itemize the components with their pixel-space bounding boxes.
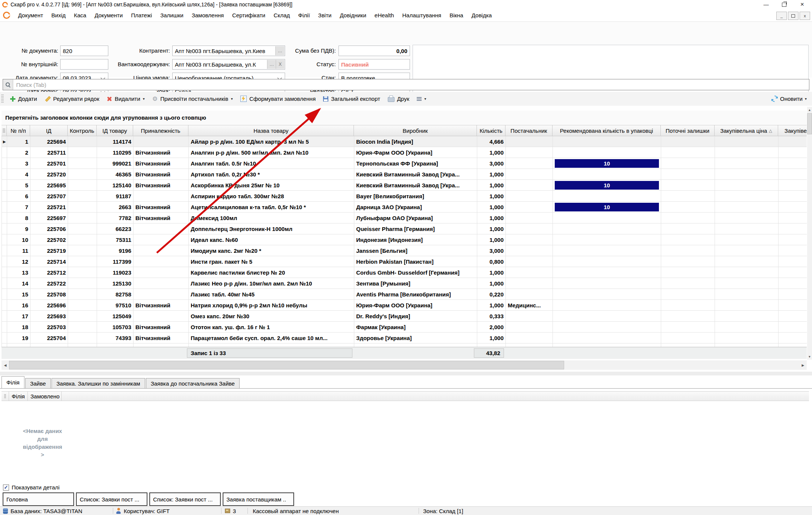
col-control-cell[interactable] xyxy=(68,278,97,289)
column-header-n[interactable]: № п/п xyxy=(7,125,30,136)
col-npp-cell[interactable]: 5 xyxy=(7,180,30,190)
col-control-cell[interactable] xyxy=(68,343,97,347)
col-control-cell[interactable] xyxy=(68,136,97,147)
col-qty-cell[interactable]: 1,000 xyxy=(477,234,506,245)
table-row[interactable]: 922570666223Доппельгерц Энерготоник-Н 10… xyxy=(2,223,807,234)
col-npp-cell[interactable]: 16 xyxy=(7,300,30,310)
col-current-cell[interactable] xyxy=(661,191,715,201)
col-price-cell[interactable] xyxy=(715,278,779,289)
col-price2-cell[interactable] xyxy=(779,289,807,299)
col-origin-cell[interactable]: Вітчизняний xyxy=(134,180,189,190)
col-supplier-cell[interactable] xyxy=(506,223,553,234)
col-price2-cell[interactable] xyxy=(779,311,807,321)
col-current-cell[interactable] xyxy=(661,136,715,147)
col-supplier-cell[interactable] xyxy=(506,147,553,158)
col-manufacturer-cell[interactable]: Bayer [Великобритания] xyxy=(354,191,477,201)
col-name-cell[interactable]: Парацетамол табл. 500мг №10 xyxy=(189,343,354,347)
table-row[interactable]: 1622569697510ВітчизнянийНатрия хлорид 0,… xyxy=(2,300,807,311)
menu-item[interactable]: Налаштування xyxy=(398,12,446,18)
col-price2-cell[interactable] xyxy=(779,158,807,169)
col-npp-cell[interactable]: 13 xyxy=(7,267,30,278)
col-npp-cell[interactable]: 10 xyxy=(7,234,30,245)
toolbar-grip[interactable] xyxy=(1,94,4,103)
col-npp-cell[interactable]: 7 xyxy=(7,202,30,212)
col-item-id-cell[interactable]: 125130 xyxy=(97,278,134,289)
scroll-up-icon[interactable]: ▲ xyxy=(807,107,812,113)
col-current-cell[interactable] xyxy=(661,278,715,289)
table-row[interactable]: 14225722125130Лазикс Нео р-р д/ин. 10мг/… xyxy=(2,278,807,289)
col-manufacturer-cell[interactable]: Herbion Pakistan [Пакистан] xyxy=(354,256,477,267)
col-npp-cell[interactable]: 12 xyxy=(7,256,30,267)
column-header-price2[interactable]: Закупівель xyxy=(778,125,807,136)
col-name-cell[interactable]: Доппельгерц Энерготоник-Н 1000мл xyxy=(189,223,354,234)
column-header-control[interactable]: Контроль xyxy=(68,125,97,136)
col-price2-cell[interactable] xyxy=(779,147,807,158)
col-price-cell[interactable] xyxy=(715,180,779,190)
col-name-cell[interactable]: Аспирин кардио табл. 300мг №28 xyxy=(189,191,354,201)
col-id-cell[interactable]: 225697 xyxy=(30,213,68,223)
col-item-id-cell[interactable]: 999021 xyxy=(97,158,134,169)
row-selector-cell[interactable] xyxy=(2,202,7,212)
horizontal-scroll-thumb[interactable] xyxy=(9,361,564,369)
mdi-minimize-button[interactable]: _ xyxy=(776,12,787,20)
col-name-cell[interactable]: Айлар р-р д/ин. 100 ЕД/мл картр. 3 мл № … xyxy=(189,136,354,147)
menu-item[interactable]: Звіти xyxy=(314,12,336,18)
edit-row-button[interactable]: Редагувати рядок xyxy=(41,93,103,105)
col-supplier-cell[interactable] xyxy=(506,158,553,169)
col-price2-cell[interactable] xyxy=(779,223,807,234)
col-manufacturer-cell[interactable]: Dr. Reddy's [Индия] xyxy=(354,311,477,321)
col-id-cell[interactable]: 225714 xyxy=(30,256,68,267)
row-selector-cell[interactable] xyxy=(2,278,7,289)
col-supplier-cell[interactable] xyxy=(506,267,553,278)
add-button[interactable]: Додати xyxy=(6,93,41,105)
col-name-cell[interactable]: Парацетамол беби сусп. орал. 2,4% саше 1… xyxy=(189,333,354,343)
table-row[interactable]: 3225701999021ВітчизнянийАналгин табл. 0.… xyxy=(2,158,807,169)
col-price-cell[interactable] xyxy=(715,234,779,245)
column-header-supplier[interactable]: Постачальник xyxy=(505,125,552,136)
col-control-cell[interactable] xyxy=(68,245,97,256)
column-header-name[interactable]: Назва товару xyxy=(188,125,354,136)
col-id-cell[interactable]: 225720 xyxy=(30,169,68,179)
table-row[interactable]: 12225714117399Инсти гран. пакет № 5Herbi… xyxy=(2,256,807,267)
col-qty-cell[interactable]: 0,333 xyxy=(477,311,506,321)
col-npp-cell[interactable]: 11 xyxy=(7,245,30,256)
window-button-4[interactable]: Заявка поставщикам .. xyxy=(223,492,294,506)
col-recommended-cell[interactable] xyxy=(553,191,661,201)
col-price2-cell[interactable] xyxy=(779,191,807,201)
col-origin-cell[interactable] xyxy=(134,191,189,201)
col-name-cell[interactable]: Натрия хлорид 0,9% р-р 2мл №10 небулы xyxy=(189,300,354,310)
col-price2-cell[interactable] xyxy=(779,256,807,267)
col-price-cell[interactable] xyxy=(715,191,779,201)
col-id-cell[interactable]: 225711 xyxy=(30,147,68,158)
col-id-cell[interactable]: 225703 xyxy=(30,322,68,332)
col-current-cell[interactable] xyxy=(661,289,715,299)
col-qty-cell[interactable]: 1,000 xyxy=(477,202,506,212)
menu-item[interactable]: Замовлення xyxy=(188,12,228,18)
row-selector-cell[interactable] xyxy=(2,322,7,332)
export-button[interactable]: Загальний експорт xyxy=(319,93,384,105)
row-selector-cell[interactable] xyxy=(2,289,7,299)
col-id-cell[interactable]: 225707 xyxy=(30,191,68,201)
table-row[interactable]: 112257199196Имодиум капс. 2мг №20 *Janss… xyxy=(2,245,807,256)
menu-item[interactable]: Платежі xyxy=(127,12,156,18)
col-qty-cell[interactable]: 1,000 xyxy=(477,300,506,310)
scroll-left-icon[interactable]: ◀ xyxy=(2,360,9,370)
col-recommended-cell[interactable] xyxy=(553,300,661,310)
col-supplier-cell[interactable] xyxy=(506,202,553,212)
col-price2-cell[interactable] xyxy=(779,343,807,347)
col-item-id-cell[interactable]: 66223 xyxy=(97,223,134,234)
col-control-cell[interactable] xyxy=(68,267,97,278)
col-manufacturer-cell[interactable]: Лубныфарм ОАО [Украина] xyxy=(354,213,477,223)
col-recommended-cell[interactable] xyxy=(553,223,661,234)
column-header-price[interactable]: Закупівельна ціна△ xyxy=(715,125,778,136)
menu-item[interactable]: eHealth xyxy=(370,12,398,18)
col-item-id-cell[interactable]: 125110 xyxy=(97,343,134,347)
col-item-id-cell[interactable]: 125140 xyxy=(97,180,134,190)
focused-row-indicator-icon[interactable]: ▶ xyxy=(2,136,7,147)
col-manufacturer-cell[interactable]: Biocon India [Индия] xyxy=(354,136,477,147)
row-selector-cell[interactable] xyxy=(2,158,7,169)
menu-item[interactable]: Каса xyxy=(70,12,91,18)
col-npp-cell[interactable]: 15 xyxy=(7,289,30,299)
col-npp-cell[interactable]: 17 xyxy=(7,311,30,321)
col-id-cell[interactable]: 225712 xyxy=(30,267,68,278)
